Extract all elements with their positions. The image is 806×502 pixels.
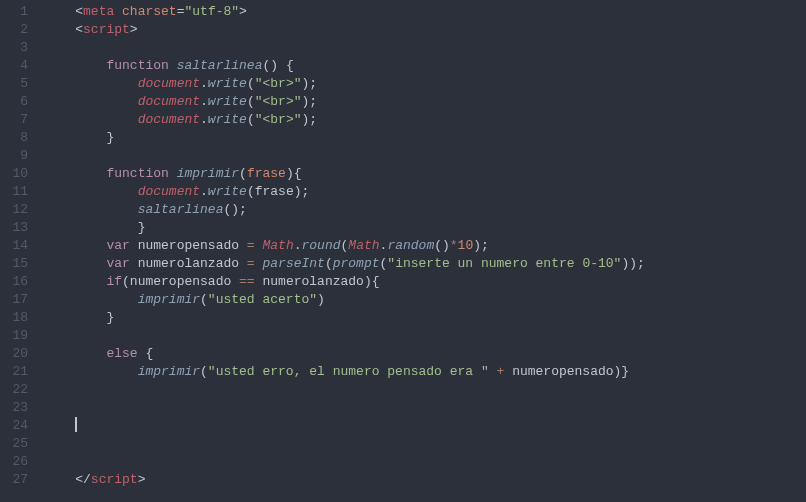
token-prop: write xyxy=(208,76,247,91)
line-number: 22 xyxy=(8,381,28,399)
token-str: "utf-8" xyxy=(184,4,239,19)
token-punct: < xyxy=(75,22,83,37)
line-number: 11 xyxy=(8,183,28,201)
token-punct: ( xyxy=(247,112,255,127)
token-white xyxy=(489,364,497,379)
line-number: 7 xyxy=(8,111,28,129)
token-var: numerolanzado xyxy=(130,256,247,271)
token-str: "<br>" xyxy=(255,94,302,109)
token-str: "<br>" xyxy=(255,76,302,91)
token-prop: write xyxy=(208,184,247,199)
code-line[interactable]: <meta charset="utf-8"> xyxy=(44,3,806,21)
token-punct: ); xyxy=(473,238,489,253)
token-prop: write xyxy=(208,94,247,109)
code-line[interactable]: } xyxy=(44,309,806,327)
token-white xyxy=(169,166,177,181)
code-line[interactable]: document.write("<br>"); xyxy=(44,93,806,111)
token-kw: if xyxy=(106,274,122,289)
code-line[interactable] xyxy=(44,39,806,57)
token-builtin: prompt xyxy=(333,256,380,271)
line-number: 5 xyxy=(8,75,28,93)
line-number: 27 xyxy=(8,471,28,489)
line-number: 20 xyxy=(8,345,28,363)
token-kw: function xyxy=(106,166,168,181)
token-punct: . xyxy=(294,238,302,253)
token-punct: (); xyxy=(223,202,246,217)
token-kw: function xyxy=(106,58,168,73)
token-fname: saltarlinea xyxy=(177,58,263,73)
code-area[interactable]: <meta charset="utf-8"> <script> function… xyxy=(40,0,806,502)
code-line[interactable]: } xyxy=(44,219,806,237)
token-punct: { xyxy=(138,346,154,361)
token-fname: saltarlinea xyxy=(138,202,224,217)
code-line[interactable]: document.write("<br>"); xyxy=(44,75,806,93)
code-line[interactable]: document.write(frase); xyxy=(44,183,806,201)
token-obj: document xyxy=(138,112,200,127)
token-punct: ); xyxy=(302,76,318,91)
token-punct: ( xyxy=(325,256,333,271)
code-line[interactable] xyxy=(44,381,806,399)
token-punct: } xyxy=(106,310,114,325)
code-line[interactable]: var numerolanzado = parseInt(prompt("ins… xyxy=(44,255,806,273)
line-number: 17 xyxy=(8,291,28,309)
token-str: "<br>" xyxy=(255,112,302,127)
token-fname: imprimir xyxy=(138,292,200,307)
token-op: * xyxy=(450,238,458,253)
code-line[interactable]: var numeropensado = Math.round(Math.rand… xyxy=(44,237,806,255)
token-obj: document xyxy=(138,94,200,109)
token-var: frase xyxy=(255,184,294,199)
token-tag: script xyxy=(83,22,130,37)
code-line[interactable]: else { xyxy=(44,345,806,363)
code-line[interactable] xyxy=(44,399,806,417)
token-var: numeropensado)} xyxy=(504,364,629,379)
token-var: numeropensado xyxy=(130,238,247,253)
code-line[interactable]: </script> xyxy=(44,471,806,489)
code-line[interactable]: <script> xyxy=(44,21,806,39)
token-punct: . xyxy=(200,94,208,109)
token-obj: Math xyxy=(262,238,293,253)
token-punct: > xyxy=(239,4,247,19)
line-number: 25 xyxy=(8,435,28,453)
token-punct: } xyxy=(106,130,114,145)
token-punct: ); xyxy=(294,184,310,199)
line-number: 24 xyxy=(8,417,28,435)
code-line[interactable]: function saltarlinea() { xyxy=(44,57,806,75)
code-line[interactable]: document.write("<br>"); xyxy=(44,111,806,129)
code-line[interactable] xyxy=(44,327,806,345)
code-line[interactable] xyxy=(44,417,806,435)
line-number: 15 xyxy=(8,255,28,273)
code-line[interactable] xyxy=(44,453,806,471)
token-attr: charset xyxy=(122,4,177,19)
line-number: 6 xyxy=(8,93,28,111)
token-var: (numeropensado xyxy=(122,274,239,289)
token-obj: Math xyxy=(348,238,379,253)
token-prop: random xyxy=(387,238,434,253)
text-cursor xyxy=(75,417,77,432)
code-line[interactable]: function imprimir(frase){ xyxy=(44,165,806,183)
token-op: = xyxy=(247,238,255,253)
code-line[interactable] xyxy=(44,435,806,453)
line-number: 12 xyxy=(8,201,28,219)
code-line[interactable]: saltarlinea(); xyxy=(44,201,806,219)
token-kw: else xyxy=(106,346,137,361)
line-number: 13 xyxy=(8,219,28,237)
code-line[interactable]: if(numeropensado == numerolanzado){ xyxy=(44,273,806,291)
token-punct: > xyxy=(130,22,138,37)
token-white xyxy=(169,58,177,73)
token-punct: > xyxy=(138,472,146,487)
line-number: 4 xyxy=(8,57,28,75)
code-line[interactable]: imprimir("usted acerto") xyxy=(44,291,806,309)
line-number: 2 xyxy=(8,21,28,39)
token-punct: ( xyxy=(200,292,208,307)
token-fname: imprimir xyxy=(138,364,200,379)
line-number: 1 xyxy=(8,3,28,21)
token-punct: . xyxy=(200,184,208,199)
token-str: "inserte un numero entre 0-10" xyxy=(387,256,621,271)
line-number: 19 xyxy=(8,327,28,345)
code-line[interactable]: imprimir("usted erro, el numero pensado … xyxy=(44,363,806,381)
code-line[interactable] xyxy=(44,147,806,165)
token-punct: () { xyxy=(262,58,293,73)
line-number: 14 xyxy=(8,237,28,255)
code-line[interactable]: } xyxy=(44,129,806,147)
token-punct: ( xyxy=(247,76,255,91)
